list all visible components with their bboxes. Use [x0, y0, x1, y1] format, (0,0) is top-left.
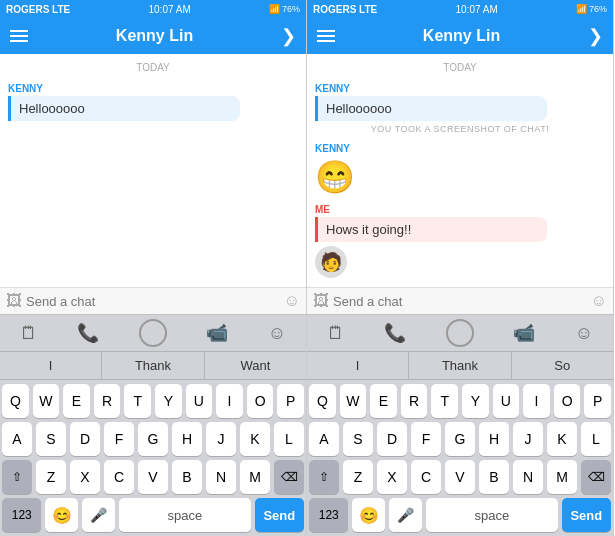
key-send-left[interactable]: Send	[255, 498, 304, 532]
key-L-left[interactable]: L	[274, 422, 304, 456]
key-I-left[interactable]: I	[216, 384, 243, 418]
key-space-left[interactable]: space	[119, 498, 251, 532]
key-C-right[interactable]: C	[411, 460, 441, 494]
battery-right: 📶76%	[576, 4, 607, 14]
video-icon-right[interactable]: 📹	[513, 322, 535, 344]
key-delete-left[interactable]: ⌫	[274, 460, 304, 494]
key-123-left[interactable]: 123	[2, 498, 41, 532]
emoji-input-icon-left[interactable]: ☺	[284, 292, 300, 310]
key-U-right[interactable]: U	[493, 384, 520, 418]
phone-icon-left[interactable]: 📞	[77, 322, 99, 344]
date-label-left: TODAY	[8, 62, 298, 73]
menu-icon-right[interactable]	[317, 30, 335, 42]
key-O-left[interactable]: O	[247, 384, 274, 418]
chevron-icon-left[interactable]: ❯	[281, 25, 296, 47]
photo-icon-right[interactable]: 🖼	[313, 292, 329, 310]
key-F-left[interactable]: F	[104, 422, 134, 456]
key-J-left[interactable]: J	[206, 422, 236, 456]
key-M-left[interactable]: M	[240, 460, 270, 494]
key-L-right[interactable]: L	[581, 422, 611, 456]
key-V-left[interactable]: V	[138, 460, 168, 494]
photo-icon-left[interactable]: 🖼	[6, 292, 22, 310]
key-emoji-left[interactable]: 😊	[45, 498, 78, 532]
menu-icon-left[interactable]	[10, 30, 28, 42]
key-C-left[interactable]: C	[104, 460, 134, 494]
key-emoji-right[interactable]: 😊	[352, 498, 385, 532]
key-O-right[interactable]: O	[554, 384, 581, 418]
key-B-right[interactable]: B	[479, 460, 509, 494]
key-K-right[interactable]: K	[547, 422, 577, 456]
key-M-right[interactable]: M	[547, 460, 577, 494]
key-X-left[interactable]: X	[70, 460, 100, 494]
key-shift-left[interactable]: ⇧	[2, 460, 32, 494]
key-G-left[interactable]: G	[138, 422, 168, 456]
key-T-left[interactable]: T	[124, 384, 151, 418]
key-S-right[interactable]: S	[343, 422, 373, 456]
key-T-right[interactable]: T	[431, 384, 458, 418]
key-P-left[interactable]: P	[277, 384, 304, 418]
key-K-left[interactable]: K	[240, 422, 270, 456]
key-D-left[interactable]: D	[70, 422, 100, 456]
key-delete-right[interactable]: ⌫	[581, 460, 611, 494]
avatar-right: 🧑	[315, 246, 347, 278]
key-X-right[interactable]: X	[377, 460, 407, 494]
pred-word-left-2[interactable]: Want	[205, 352, 306, 379]
key-H-left[interactable]: H	[172, 422, 202, 456]
key-Y-left[interactable]: Y	[155, 384, 182, 418]
key-N-right[interactable]: N	[513, 460, 543, 494]
pred-word-left-0[interactable]: I	[0, 352, 102, 379]
pred-word-left-1[interactable]: Thank	[102, 352, 204, 379]
pred-word-right-0[interactable]: I	[307, 352, 409, 379]
key-R-right[interactable]: R	[401, 384, 428, 418]
key-E-left[interactable]: E	[63, 384, 90, 418]
key-shift-right[interactable]: ⇧	[309, 460, 339, 494]
key-mic-left[interactable]: 🎤	[82, 498, 115, 532]
key-S-left[interactable]: S	[36, 422, 66, 456]
pred-word-right-2[interactable]: So	[512, 352, 613, 379]
key-J-right[interactable]: J	[513, 422, 543, 456]
key-Q-left[interactable]: Q	[2, 384, 29, 418]
sticker-icon-left[interactable]: 🗒	[20, 323, 38, 344]
key-space-right[interactable]: space	[426, 498, 558, 532]
key-G-right[interactable]: G	[445, 422, 475, 456]
chat-header-left: Kenny Lin ❯	[0, 18, 306, 54]
key-D-right[interactable]: D	[377, 422, 407, 456]
key-123-right[interactable]: 123	[309, 498, 348, 532]
key-W-left[interactable]: W	[33, 384, 60, 418]
key-A-left[interactable]: A	[2, 422, 32, 456]
key-send-right[interactable]: Send	[562, 498, 611, 532]
capture-button-right[interactable]	[446, 319, 474, 347]
key-N-left[interactable]: N	[206, 460, 236, 494]
video-icon-left[interactable]: 📹	[206, 322, 228, 344]
key-W-right[interactable]: W	[340, 384, 367, 418]
capture-button-left[interactable]	[139, 319, 167, 347]
key-F-right[interactable]: F	[411, 422, 441, 456]
key-P-right[interactable]: P	[584, 384, 611, 418]
emoji-input-icon-right[interactable]: ☺	[591, 292, 607, 310]
key-E-right[interactable]: E	[370, 384, 397, 418]
bubble-hello-left: Helloooooo	[8, 96, 240, 121]
key-Z-left[interactable]: Z	[36, 460, 66, 494]
avatar-row-right: 🧑	[315, 246, 605, 278]
chat-input-right[interactable]	[333, 294, 587, 309]
key-Q-right[interactable]: Q	[309, 384, 336, 418]
key-A-right[interactable]: A	[309, 422, 339, 456]
sticker-icon-right[interactable]: 🗒	[327, 323, 345, 344]
face-icon-left[interactable]: ☺	[268, 323, 286, 344]
key-H-right[interactable]: H	[479, 422, 509, 456]
phone-icon-right[interactable]: 📞	[384, 322, 406, 344]
key-I-right[interactable]: I	[523, 384, 550, 418]
key-U-left[interactable]: U	[186, 384, 213, 418]
key-mic-right[interactable]: 🎤	[389, 498, 422, 532]
key-Y-right[interactable]: Y	[462, 384, 489, 418]
face-icon-right[interactable]: ☺	[575, 323, 593, 344]
key-Z-right[interactable]: Z	[343, 460, 373, 494]
key-B-left[interactable]: B	[172, 460, 202, 494]
key-R-left[interactable]: R	[94, 384, 121, 418]
screenshot-notice-right: YOU TOOK A SCREENSHOT OF CHAT!	[315, 124, 605, 134]
key-row-left-3: ⇧ Z X C V B N M ⌫	[2, 460, 304, 494]
key-V-right[interactable]: V	[445, 460, 475, 494]
chevron-icon-right[interactable]: ❯	[588, 25, 603, 47]
pred-word-right-1[interactable]: Thank	[409, 352, 511, 379]
chat-input-left[interactable]	[26, 294, 280, 309]
